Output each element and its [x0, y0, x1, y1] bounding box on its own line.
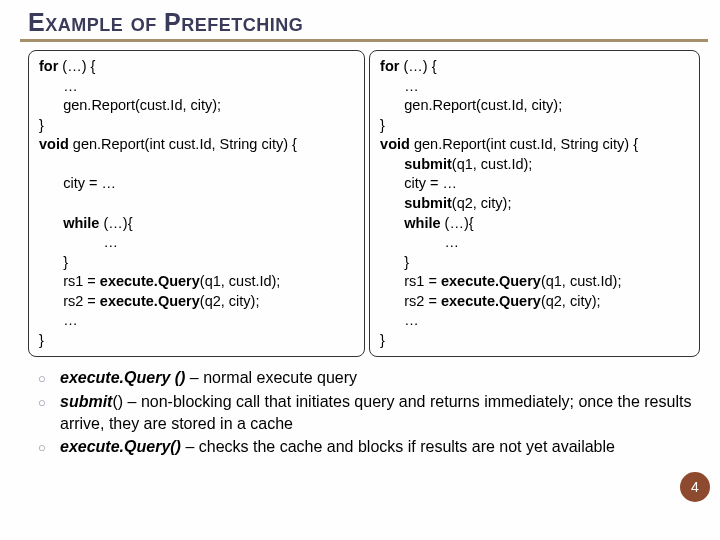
code-after: for (…) { … gen.Report(cust.Id, city); }…	[369, 50, 700, 357]
bullet-text: submit() – non-blocking call that initia…	[60, 391, 700, 434]
code-text: (q2, city);	[452, 195, 512, 211]
code-text: }	[380, 254, 409, 270]
bullet-icon: ○	[38, 391, 60, 434]
kw-submit: submit	[380, 156, 452, 172]
code-text: …	[39, 234, 118, 250]
code-text: (q1, cust.Id);	[452, 156, 533, 172]
code-text: rs1 =	[380, 273, 441, 289]
code-text: …	[39, 312, 78, 328]
code-text: …	[39, 78, 78, 94]
code-text: …	[380, 234, 459, 250]
code-text: (q1, cust.Id);	[541, 273, 622, 289]
code-text: }	[39, 332, 44, 348]
bullet-icon: ○	[38, 436, 60, 458]
slide-title: Example of Prefetching	[28, 8, 708, 37]
kw-while: while	[380, 215, 444, 231]
code-text: (…){	[103, 215, 132, 231]
kw-exec: execute.Query	[100, 273, 200, 289]
code-text: (…){	[445, 215, 474, 231]
code-text: gen.Report(int cust.Id, String city) {	[73, 136, 297, 152]
kw-void: void	[380, 136, 414, 152]
code-text: city = …	[380, 175, 457, 191]
code-before: for (…) { … gen.Report(cust.Id, city); }…	[28, 50, 365, 357]
kw-exec: execute.Query	[100, 293, 200, 309]
code-text: rs2 =	[39, 293, 100, 309]
code-text: (q1, cust.Id);	[200, 273, 281, 289]
code-text: (…) {	[403, 58, 436, 74]
kw-void: void	[39, 136, 73, 152]
code-text: gen.Report(cust.Id, city);	[39, 97, 221, 113]
code-text: }	[39, 117, 44, 133]
title-bar: Example of Prefetching	[20, 8, 708, 42]
bullet-icon: ○	[38, 367, 60, 389]
code-text: }	[380, 117, 385, 133]
bullet-item: ○ execute.Query() – checks the cache and…	[38, 436, 700, 458]
kw-for: for	[380, 58, 403, 74]
code-text: }	[39, 254, 68, 270]
code-text: (q2, city);	[200, 293, 260, 309]
code-text: (…) {	[62, 58, 95, 74]
page-number: 4	[680, 472, 710, 502]
code-text: …	[380, 78, 419, 94]
code-columns: for (…) { … gen.Report(cust.Id, city); }…	[28, 50, 700, 357]
slide: Example of Prefetching for (…) { … gen.R…	[0, 0, 720, 540]
bullet-text: execute.Query () – normal execute query	[60, 367, 700, 389]
code-text: (q2, city);	[541, 293, 601, 309]
bullet-text: execute.Query() – checks the cache and b…	[60, 436, 700, 458]
kw-exec: execute.Query	[441, 293, 541, 309]
code-text: rs1 =	[39, 273, 100, 289]
code-text: gen.Report(cust.Id, city);	[380, 97, 562, 113]
bullet-item: ○ execute.Query () – normal execute quer…	[38, 367, 700, 389]
code-text: gen.Report(int cust.Id, String city) {	[414, 136, 638, 152]
kw-submit: submit	[380, 195, 452, 211]
code-text: city = …	[39, 175, 116, 191]
kw-for: for	[39, 58, 62, 74]
bullet-item: ○ submit() – non-blocking call that init…	[38, 391, 700, 434]
bullet-list: ○ execute.Query () – normal execute quer…	[28, 367, 700, 457]
code-text: rs2 =	[380, 293, 441, 309]
code-text: …	[380, 312, 419, 328]
kw-while: while	[39, 215, 103, 231]
kw-exec: execute.Query	[441, 273, 541, 289]
code-text: }	[380, 332, 385, 348]
